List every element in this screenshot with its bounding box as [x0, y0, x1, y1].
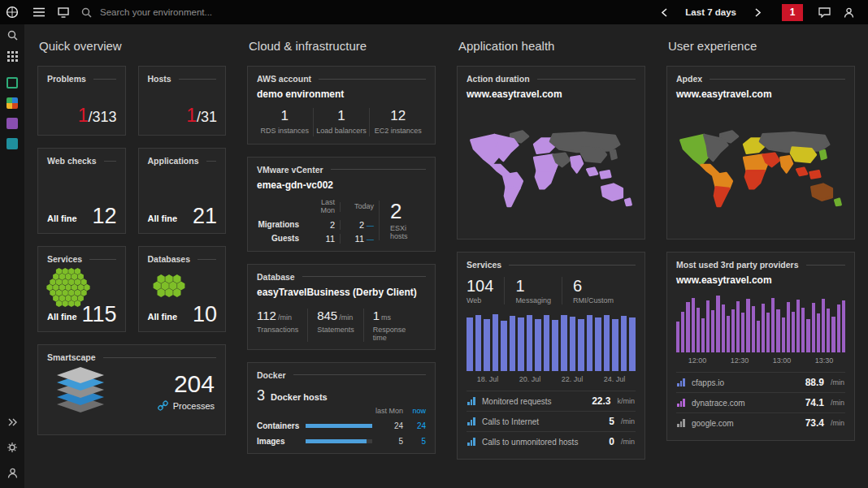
person-icon [844, 7, 854, 18]
stat-value: 1 [373, 309, 380, 322]
apdex-world-map [676, 110, 845, 231]
metric-unit: /min [831, 378, 844, 387]
sidebar-app-icon-2[interactable] [0, 97, 24, 110]
third-party-providers-tile[interactable]: Most used 3rd party providers www.easytr… [666, 252, 855, 441]
dynatrace-logo[interactable] [0, 0, 24, 24]
metric-row: cfapps.io 88.9 /min [676, 372, 845, 392]
stat-value: 104 [467, 277, 493, 295]
smartscape-tile[interactable]: Smartscape 204 [37, 344, 226, 435]
stat-unit: ms [381, 313, 391, 322]
esxi-hosts-stat: 2 ESXi hosts [379, 201, 426, 240]
action-duration-tile[interactable]: Action duration www.easytravel.com [457, 66, 645, 240]
problems-tile[interactable]: Problems 1/313 [37, 66, 126, 136]
time-range-next-button[interactable] [746, 0, 769, 24]
docker-hosts-label: Docker hosts [271, 392, 328, 402]
aws-account-tile[interactable]: AWS account demo environment 1 RDS insta… [247, 66, 436, 145]
hosts-tile[interactable]: Hosts 1/31 [138, 66, 227, 136]
app-1-icon [7, 77, 18, 89]
dynatrace-logo-icon [6, 6, 19, 19]
tick-label: 20. Jul [519, 375, 541, 383]
sidebar-app-icon-1[interactable] [0, 76, 24, 89]
apps-grid-icon [7, 51, 18, 62]
database-stat: 112/min Transactions [257, 309, 307, 342]
mini-chart-icon [677, 419, 686, 427]
metric-label: Monitored requests [482, 397, 586, 406]
application-name: www.easytravel.com [676, 274, 845, 286]
app-2-icon [7, 97, 18, 109]
cell-value: 5 [403, 437, 426, 446]
status-label: All fine [148, 312, 178, 322]
chat-bubble-icon [818, 7, 831, 18]
user-menu-button[interactable] [837, 0, 860, 24]
dashboards-button[interactable] [52, 0, 75, 24]
sidebar-expand-button[interactable] [0, 412, 24, 433]
service-metrics: Monitored requests 22.3 k/min Calls to I… [467, 391, 636, 451]
vmware-vcenter-tile[interactable]: VMware vCenter emea-gdn-vc002 Last Mon T… [247, 157, 436, 252]
stat-label: Transactions [257, 326, 298, 334]
dashboard-main: Quick overview Problems 1/313 Hosts 1/31 [24, 24, 868, 488]
search-icon [81, 7, 92, 18]
cell-value: 2— [340, 220, 379, 230]
stat-value: 1 [259, 108, 310, 124]
sidebar-apps-button[interactable] [0, 45, 24, 67]
stat-label: RDS instances [259, 127, 310, 136]
mini-chart-icon [677, 399, 686, 407]
menu-button[interactable] [28, 0, 50, 24]
esxi-count: 2 [390, 201, 426, 222]
row-label: Images [257, 437, 306, 446]
services-requests-bar-chart [467, 314, 636, 371]
double-chevron-right-icon [8, 418, 17, 426]
section-title-quick-overview: Quick overview [39, 39, 226, 53]
search-input[interactable] [98, 6, 277, 18]
aws-environment-name: demo environment [257, 89, 426, 100]
sidebar-app-icon-4[interactable] [0, 137, 24, 150]
database-name: easyTravelBusiness (Derby Client) [257, 287, 426, 298]
services-tile[interactable]: Services All fine 115 [37, 246, 126, 332]
environment-search [81, 6, 277, 18]
database-tile[interactable]: Database easyTravelBusiness (Derby Clien… [247, 264, 436, 350]
web-checks-count: 12 [92, 204, 116, 229]
tile-title: Apdex [676, 74, 845, 84]
metric-label: google.com [692, 419, 800, 428]
cell-value: 24 [403, 421, 426, 430]
tile-title: Most used 3rd party providers [676, 260, 845, 270]
row-label: Containers [257, 421, 306, 430]
sidebar-bottom [0, 412, 24, 488]
databases-tile[interactable]: Databases All fine 10 [138, 246, 227, 332]
sidebar-search-button[interactable] [0, 24, 24, 45]
application-name: www.easytravel.com [467, 89, 636, 100]
metric-unit: /min [831, 419, 844, 427]
tile-title: Action duration [467, 74, 636, 84]
metric-label: Calls to unmonitored hosts [482, 438, 603, 447]
applications-tile[interactable]: Applications All fine 21 [138, 148, 227, 234]
metric-row: Calls to Internet 5 /min [467, 411, 636, 431]
metric-row: google.com 73.4 /min [676, 412, 845, 433]
web-checks-tile[interactable]: Web checks All fine 12 [37, 148, 126, 234]
cell-value: 5 [372, 437, 403, 446]
hosts-problem-count: 1 [186, 105, 197, 126]
row-label: Guests [257, 234, 307, 243]
apdex-tile[interactable]: Apdex www.easytravel.com [666, 66, 855, 240]
metric-value: 88.9 [805, 377, 824, 388]
time-range-prev-button[interactable] [653, 0, 675, 24]
docker-tile[interactable]: Docker 3 Docker hosts last Mon now Conta… [247, 362, 436, 454]
docker-hosts-count: 3 [257, 387, 265, 404]
tile-title: Databases [148, 254, 217, 264]
sidebar-settings-button[interactable] [0, 437, 24, 458]
person-icon [7, 468, 18, 478]
stat-value: 12 [372, 108, 423, 124]
problems-badge[interactable]: 1 [782, 4, 803, 21]
esxi-label: ESXi hosts [390, 224, 426, 240]
smartscape-layers-icon [55, 367, 106, 414]
aws-stat: 1 RDS instances [257, 108, 313, 136]
time-range-label[interactable]: Last 7 days [685, 7, 736, 17]
metric-label: cfapps.io [692, 378, 800, 387]
sidebar-app-icon-3[interactable] [0, 117, 24, 130]
hamburger-icon [33, 7, 45, 17]
stat-label: Messaging [515, 296, 551, 304]
stat-label: RMI/Custom [573, 296, 614, 304]
app-3-icon [7, 118, 18, 129]
feedback-button[interactable] [813, 0, 835, 24]
services-health-tile[interactable]: Services 104 Web 1 Messaging 6 RMI/Custo… [457, 252, 645, 460]
sidebar-user-button[interactable] [0, 462, 24, 483]
